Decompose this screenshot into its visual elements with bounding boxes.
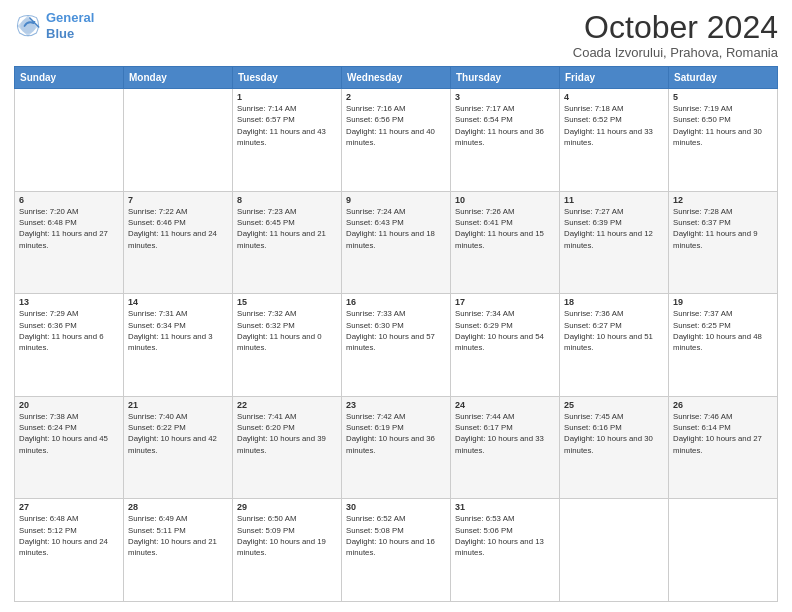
- week-row-4: 20 Sunrise: 7:38 AMSunset: 6:24 PMDaylig…: [15, 396, 778, 499]
- header: General Blue October 2024 Coada Izvorulu…: [14, 10, 778, 60]
- day-number: 3: [455, 92, 555, 102]
- title-section: October 2024 Coada Izvorului, Prahova, R…: [573, 10, 778, 60]
- day-cell: [560, 499, 669, 602]
- day-cell: 21 Sunrise: 7:40 AMSunset: 6:22 PMDaylig…: [124, 396, 233, 499]
- day-number: 18: [564, 297, 664, 307]
- day-info: Sunrise: 7:16 AMSunset: 6:56 PMDaylight:…: [346, 103, 446, 148]
- day-info: Sunrise: 7:18 AMSunset: 6:52 PMDaylight:…: [564, 103, 664, 148]
- day-info: Sunrise: 7:27 AMSunset: 6:39 PMDaylight:…: [564, 206, 664, 251]
- col-header-wednesday: Wednesday: [342, 67, 451, 89]
- logo-icon: [14, 12, 42, 40]
- col-header-sunday: Sunday: [15, 67, 124, 89]
- day-info: Sunrise: 7:19 AMSunset: 6:50 PMDaylight:…: [673, 103, 773, 148]
- day-cell: 8 Sunrise: 7:23 AMSunset: 6:45 PMDayligh…: [233, 191, 342, 294]
- day-cell: 10 Sunrise: 7:26 AMSunset: 6:41 PMDaylig…: [451, 191, 560, 294]
- day-cell: [15, 89, 124, 192]
- day-info: Sunrise: 6:52 AMSunset: 5:08 PMDaylight:…: [346, 513, 446, 558]
- day-info: Sunrise: 6:53 AMSunset: 5:06 PMDaylight:…: [455, 513, 555, 558]
- week-row-1: 1 Sunrise: 7:14 AMSunset: 6:57 PMDayligh…: [15, 89, 778, 192]
- day-cell: [669, 499, 778, 602]
- day-info: Sunrise: 6:50 AMSunset: 5:09 PMDaylight:…: [237, 513, 337, 558]
- week-row-3: 13 Sunrise: 7:29 AMSunset: 6:36 PMDaylig…: [15, 294, 778, 397]
- day-number: 8: [237, 195, 337, 205]
- day-cell: 15 Sunrise: 7:32 AMSunset: 6:32 PMDaylig…: [233, 294, 342, 397]
- day-info: Sunrise: 7:34 AMSunset: 6:29 PMDaylight:…: [455, 308, 555, 353]
- day-cell: 9 Sunrise: 7:24 AMSunset: 6:43 PMDayligh…: [342, 191, 451, 294]
- day-cell: 23 Sunrise: 7:42 AMSunset: 6:19 PMDaylig…: [342, 396, 451, 499]
- day-cell: 2 Sunrise: 7:16 AMSunset: 6:56 PMDayligh…: [342, 89, 451, 192]
- day-cell: 16 Sunrise: 7:33 AMSunset: 6:30 PMDaylig…: [342, 294, 451, 397]
- day-number: 9: [346, 195, 446, 205]
- day-info: Sunrise: 7:23 AMSunset: 6:45 PMDaylight:…: [237, 206, 337, 251]
- day-number: 25: [564, 400, 664, 410]
- day-number: 14: [128, 297, 228, 307]
- day-cell: 28 Sunrise: 6:49 AMSunset: 5:11 PMDaylig…: [124, 499, 233, 602]
- day-number: 11: [564, 195, 664, 205]
- day-info: Sunrise: 7:32 AMSunset: 6:32 PMDaylight:…: [237, 308, 337, 353]
- day-info: Sunrise: 6:49 AMSunset: 5:11 PMDaylight:…: [128, 513, 228, 558]
- day-number: 21: [128, 400, 228, 410]
- day-info: Sunrise: 7:33 AMSunset: 6:30 PMDaylight:…: [346, 308, 446, 353]
- day-info: Sunrise: 7:45 AMSunset: 6:16 PMDaylight:…: [564, 411, 664, 456]
- day-cell: 31 Sunrise: 6:53 AMSunset: 5:06 PMDaylig…: [451, 499, 560, 602]
- day-info: Sunrise: 7:38 AMSunset: 6:24 PMDaylight:…: [19, 411, 119, 456]
- day-cell: 17 Sunrise: 7:34 AMSunset: 6:29 PMDaylig…: [451, 294, 560, 397]
- logo-blue: Blue: [46, 26, 94, 42]
- day-info: Sunrise: 7:44 AMSunset: 6:17 PMDaylight:…: [455, 411, 555, 456]
- day-info: Sunrise: 7:28 AMSunset: 6:37 PMDaylight:…: [673, 206, 773, 251]
- day-cell: 22 Sunrise: 7:41 AMSunset: 6:20 PMDaylig…: [233, 396, 342, 499]
- day-cell: 24 Sunrise: 7:44 AMSunset: 6:17 PMDaylig…: [451, 396, 560, 499]
- day-number: 31: [455, 502, 555, 512]
- day-number: 5: [673, 92, 773, 102]
- day-cell: 6 Sunrise: 7:20 AMSunset: 6:48 PMDayligh…: [15, 191, 124, 294]
- day-number: 13: [19, 297, 119, 307]
- day-cell: 11 Sunrise: 7:27 AMSunset: 6:39 PMDaylig…: [560, 191, 669, 294]
- col-header-friday: Friday: [560, 67, 669, 89]
- day-cell: 12 Sunrise: 7:28 AMSunset: 6:37 PMDaylig…: [669, 191, 778, 294]
- day-number: 1: [237, 92, 337, 102]
- col-header-saturday: Saturday: [669, 67, 778, 89]
- day-number: 6: [19, 195, 119, 205]
- day-cell: 20 Sunrise: 7:38 AMSunset: 6:24 PMDaylig…: [15, 396, 124, 499]
- day-number: 23: [346, 400, 446, 410]
- day-number: 30: [346, 502, 446, 512]
- day-info: Sunrise: 7:26 AMSunset: 6:41 PMDaylight:…: [455, 206, 555, 251]
- day-number: 26: [673, 400, 773, 410]
- day-info: Sunrise: 7:20 AMSunset: 6:48 PMDaylight:…: [19, 206, 119, 251]
- day-info: Sunrise: 7:22 AMSunset: 6:46 PMDaylight:…: [128, 206, 228, 251]
- day-number: 12: [673, 195, 773, 205]
- day-number: 17: [455, 297, 555, 307]
- day-cell: 27 Sunrise: 6:48 AMSunset: 5:12 PMDaylig…: [15, 499, 124, 602]
- logo-text: General Blue: [46, 10, 94, 41]
- day-info: Sunrise: 7:24 AMSunset: 6:43 PMDaylight:…: [346, 206, 446, 251]
- day-cell: 1 Sunrise: 7:14 AMSunset: 6:57 PMDayligh…: [233, 89, 342, 192]
- day-cell: 5 Sunrise: 7:19 AMSunset: 6:50 PMDayligh…: [669, 89, 778, 192]
- col-header-thursday: Thursday: [451, 67, 560, 89]
- day-cell: 3 Sunrise: 7:17 AMSunset: 6:54 PMDayligh…: [451, 89, 560, 192]
- day-cell: 25 Sunrise: 7:45 AMSunset: 6:16 PMDaylig…: [560, 396, 669, 499]
- day-number: 22: [237, 400, 337, 410]
- day-info: Sunrise: 7:17 AMSunset: 6:54 PMDaylight:…: [455, 103, 555, 148]
- day-number: 10: [455, 195, 555, 205]
- week-row-5: 27 Sunrise: 6:48 AMSunset: 5:12 PMDaylig…: [15, 499, 778, 602]
- main-title: October 2024: [573, 10, 778, 45]
- day-info: Sunrise: 7:29 AMSunset: 6:36 PMDaylight:…: [19, 308, 119, 353]
- day-number: 16: [346, 297, 446, 307]
- day-info: Sunrise: 7:37 AMSunset: 6:25 PMDaylight:…: [673, 308, 773, 353]
- day-info: Sunrise: 7:31 AMSunset: 6:34 PMDaylight:…: [128, 308, 228, 353]
- subtitle: Coada Izvorului, Prahova, Romania: [573, 45, 778, 60]
- day-number: 7: [128, 195, 228, 205]
- day-number: 20: [19, 400, 119, 410]
- day-number: 29: [237, 502, 337, 512]
- col-header-tuesday: Tuesday: [233, 67, 342, 89]
- day-number: 15: [237, 297, 337, 307]
- day-info: Sunrise: 7:41 AMSunset: 6:20 PMDaylight:…: [237, 411, 337, 456]
- day-cell: 30 Sunrise: 6:52 AMSunset: 5:08 PMDaylig…: [342, 499, 451, 602]
- day-cell: 14 Sunrise: 7:31 AMSunset: 6:34 PMDaylig…: [124, 294, 233, 397]
- col-header-monday: Monday: [124, 67, 233, 89]
- calendar-table: SundayMondayTuesdayWednesdayThursdayFrid…: [14, 66, 778, 602]
- day-info: Sunrise: 7:14 AMSunset: 6:57 PMDaylight:…: [237, 103, 337, 148]
- day-number: 4: [564, 92, 664, 102]
- day-cell: 19 Sunrise: 7:37 AMSunset: 6:25 PMDaylig…: [669, 294, 778, 397]
- day-number: 19: [673, 297, 773, 307]
